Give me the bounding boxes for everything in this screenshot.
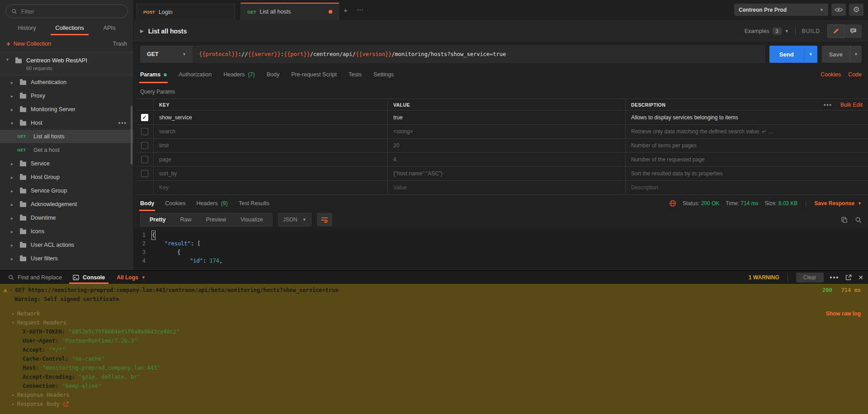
param-desc[interactable]: Number of the requested page [626, 153, 868, 166]
tab-body[interactable]: Body [267, 66, 280, 83]
request-tab-login[interactable]: POST Login [137, 4, 235, 20]
environment-settings-button[interactable]: ⚙ [849, 4, 863, 16]
edit-request-button[interactable] [827, 24, 844, 38]
view-visualize[interactable]: Visualize [233, 216, 270, 223]
tab-settings[interactable]: Settings [373, 66, 394, 83]
sidebar-item-proxy[interactable]: Proxy [0, 89, 133, 103]
param-key[interactable]: search [154, 125, 388, 138]
collection-root[interactable]: Centreon Web RestAPI 60 requests [0, 52, 133, 75]
environment-selector[interactable]: Centreon Pre Prod ▼ [734, 4, 828, 16]
send-button[interactable]: Send [769, 46, 804, 63]
tab-apis[interactable]: APIs [100, 21, 118, 35]
clear-console-button[interactable]: Clear [796, 273, 824, 282]
open-in-new-icon[interactable] [845, 274, 852, 281]
request-tab-list-all-hosts[interactable]: GET List all hosts [241, 3, 339, 20]
console-section-network[interactable]: ▸ Network Show raw log [0, 309, 868, 318]
sidebar-scrollbar[interactable] [131, 106, 132, 165]
console-tab[interactable]: Console [69, 271, 108, 284]
environment-quick-look-button[interactable] [831, 4, 846, 16]
sidebar-item-downtime[interactable]: Downtime [0, 211, 133, 225]
params-menu-icon[interactable]: ••• [824, 102, 832, 108]
tab-options-button[interactable]: ⋯ [352, 3, 368, 17]
sidebar-item-user-filters[interactable]: User filters [0, 252, 133, 265]
param-key[interactable]: limit [154, 139, 388, 152]
param-key-placeholder[interactable]: Key [154, 181, 388, 194]
sidebar-item-acknowledgement[interactable]: Acknowledgement [0, 198, 133, 211]
find-and-replace-button[interactable]: Find and Replace [5, 271, 66, 284]
sidebar-item-authentication[interactable]: Authentication [0, 75, 133, 89]
param-checkbox[interactable] [141, 170, 148, 177]
response-tab-test-results[interactable]: Test Results [239, 196, 269, 211]
comments-button[interactable] [844, 24, 862, 38]
show-raw-log-link[interactable]: Show raw log [826, 309, 861, 318]
view-raw[interactable]: Raw [173, 216, 198, 223]
tab-collections[interactable]: Collections [52, 21, 87, 35]
tab-params[interactable]: Params [140, 66, 167, 83]
log-filter-dropdown[interactable]: All Logs ▼ [117, 274, 145, 281]
sidebar-item-user-acl-actions[interactable]: User ACL actions [0, 238, 133, 252]
search-response-icon[interactable] [855, 216, 862, 223]
console-section-request-headers[interactable]: ▾ Request Headers [0, 318, 868, 327]
console-section-response-body[interactable]: ▸ Response Body [0, 400, 868, 409]
trash-button[interactable]: Trash [113, 41, 127, 47]
param-desc[interactable]: Allows to display services belonging to … [626, 111, 868, 124]
response-tab-headers[interactable]: Headers (9) [196, 196, 228, 211]
param-key[interactable]: page [154, 153, 388, 166]
tab-authorization[interactable]: Authorization [179, 66, 212, 83]
open-response-body-icon[interactable] [63, 401, 69, 407]
param-checkbox[interactable]: ✓ [141, 114, 148, 121]
param-value[interactable]: 4 [388, 153, 626, 166]
console-section-response-headers[interactable]: ▸ Response Headers [0, 390, 868, 400]
sidebar-item-host[interactable]: Host ••• [0, 116, 133, 130]
tab-pre-request-script[interactable]: Pre-request Script [291, 66, 337, 83]
sidebar-item-monitoring-server[interactable]: Monitoring Server [0, 103, 133, 116]
param-value[interactable]: <string> [388, 125, 626, 138]
collapse-request-icon[interactable]: ▶ [140, 28, 144, 33]
url-input[interactable]: {{protocol}}://{{server}}:{{port}}/centr… [193, 46, 764, 62]
tab-history[interactable]: History [15, 21, 38, 35]
console-menu-icon[interactable]: ••• [830, 274, 840, 281]
chevron-down-icon[interactable]: ▾ [9, 286, 15, 295]
param-desc[interactable]: Sort the resulted data by its properties [626, 167, 868, 180]
param-value[interactable]: {"host.name":"ASC"} [388, 167, 626, 180]
tab-tests[interactable]: Tests [349, 66, 362, 83]
save-button[interactable]: Save [822, 46, 850, 63]
sidebar-item-icons[interactable]: Icons [0, 225, 133, 238]
view-preview[interactable]: Preview [198, 216, 233, 223]
param-value[interactable]: 20 [388, 139, 626, 152]
tab-headers[interactable]: Headers (7) [223, 66, 255, 83]
response-tab-body[interactable]: Body [140, 196, 154, 211]
new-tab-button[interactable]: + [339, 4, 352, 17]
sidebar-item-get-a-host[interactable]: GETGet a host [0, 143, 133, 157]
console-request-line[interactable]: ⚠ ▾ GET https://monitoring-preprod.compa… [0, 286, 868, 295]
param-checkbox[interactable] [141, 142, 148, 149]
examples-dropdown[interactable]: Examples 3 ▼ [745, 28, 789, 35]
chevron-down-icon[interactable] [6, 57, 11, 71]
param-key[interactable]: sort_by [154, 167, 388, 180]
param-desc[interactable]: Number of items per pages [626, 139, 868, 152]
param-value[interactable]: true [388, 111, 626, 124]
wrap-text-button[interactable] [317, 213, 332, 226]
param-desc-placeholder[interactable]: Description [626, 181, 868, 194]
save-options-button[interactable]: ▼ [850, 46, 862, 63]
network-warning-icon[interactable] [669, 200, 676, 207]
response-tab-cookies[interactable]: Cookies [165, 196, 185, 211]
bulk-edit-link[interactable]: Bulk Edit [840, 102, 863, 108]
response-body-editor[interactable]: 1 { 2 "result": [ 3 { 4 "id": 174, [134, 228, 868, 269]
filter-box[interactable] [5, 5, 128, 18]
param-key[interactable]: show_service [154, 111, 388, 124]
view-pretty[interactable]: Pretty [142, 216, 173, 223]
send-options-button[interactable]: ▼ [804, 46, 817, 63]
new-collection-button[interactable]: + New Collection [6, 40, 51, 47]
filter-input[interactable] [21, 8, 122, 15]
method-selector[interactable]: GET ▼ [141, 46, 193, 62]
sidebar-item-list-all-hosts[interactable]: GETList all hosts [0, 130, 133, 143]
param-checkbox[interactable] [141, 156, 148, 163]
sidebar-item-service-group[interactable]: Service Group [0, 184, 133, 198]
format-selector[interactable]: JSON ▼ [278, 213, 311, 226]
copy-icon[interactable] [841, 216, 848, 223]
close-console-icon[interactable]: ✕ [858, 274, 863, 281]
sidebar-item-host-group[interactable]: Host Group [0, 170, 133, 184]
param-desc[interactable]: Retrieve only data matching the defined … [626, 125, 868, 138]
param-checkbox[interactable] [141, 128, 148, 135]
